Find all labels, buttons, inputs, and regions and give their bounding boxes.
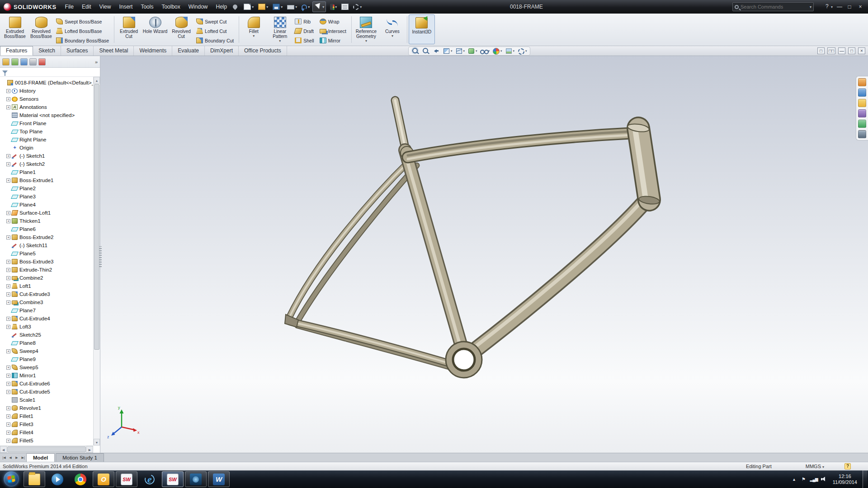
show-hidden-icons-icon[interactable]: ▴ xyxy=(791,476,797,483)
tree-item-fillet3[interactable]: +Fillet3 xyxy=(0,420,93,428)
hide-show-items-button[interactable]: ▾ xyxy=(479,47,491,55)
tree-item-plane9[interactable]: Plane9 xyxy=(0,355,93,363)
expander-icon[interactable]: + xyxy=(6,97,10,101)
window-close-button[interactable]: × xyxy=(855,0,865,14)
dropdown-caret-icon[interactable]: ▾ xyxy=(365,39,367,43)
instant3d-button[interactable]: Instant3D xyxy=(409,14,435,44)
shell-button[interactable]: Shell xyxy=(293,36,317,45)
dropdown-caret-icon[interactable]: ▾ xyxy=(525,49,527,53)
dimxpertmanager-tab-icon[interactable] xyxy=(29,58,37,66)
scroll-left-icon[interactable]: ◀ xyxy=(0,446,7,453)
tab-features[interactable]: Features xyxy=(0,46,33,56)
word-taskbar-button[interactable]: W xyxy=(208,471,230,487)
tree-item-plane1[interactable]: Plane1 xyxy=(0,168,93,176)
solidworks-resources-icon[interactable] xyxy=(858,78,866,86)
dropdown-caret-icon[interactable]: ▾ xyxy=(360,5,362,9)
tree-filter-row[interactable] xyxy=(0,68,100,77)
tree-item-cut-extrude3[interactable]: +Cut-Extrude3 xyxy=(0,290,93,298)
dropdown-caret-icon[interactable]: ▾ xyxy=(463,49,465,53)
unit-system-selector[interactable]: MMGS▾ xyxy=(806,464,824,469)
mirror-button[interactable]: Mirror xyxy=(318,36,350,45)
tree-item-sensors[interactable]: +Sensors xyxy=(0,95,93,103)
tab-weldments[interactable]: Weldments xyxy=(134,46,172,56)
bottom-bracket[interactable] xyxy=(446,342,482,378)
draft-button[interactable]: Draft xyxy=(293,26,317,36)
print-button[interactable]: ▾ xyxy=(285,1,299,12)
tab-surfaces[interactable]: Surfaces xyxy=(61,46,94,56)
tree-item-origin[interactable]: Origin xyxy=(0,144,93,152)
expander-icon[interactable]: + xyxy=(6,162,10,166)
window-restore-button[interactable]: □ xyxy=(844,0,854,14)
search-input[interactable] xyxy=(741,4,807,9)
media-center-taskbar-button[interactable] xyxy=(185,471,207,487)
expander-icon[interactable]: + xyxy=(6,300,10,305)
menu-insert[interactable]: Insert xyxy=(115,0,137,14)
tree-item-plane8[interactable]: Plane8 xyxy=(0,339,93,347)
expander-icon[interactable]: + xyxy=(6,317,10,321)
linear-pattern-button[interactable]: Linear Pattern ▾ xyxy=(267,14,293,44)
expander-icon[interactable]: + xyxy=(6,390,10,394)
view-settings-button[interactable]: ▾ xyxy=(516,47,528,55)
tree-item-boss-extrude3[interactable]: +Boss-Extrude3 xyxy=(0,258,93,266)
tree-item-fillet1[interactable]: +Fillet1 xyxy=(0,412,93,420)
view-palette-icon[interactable] xyxy=(858,109,866,117)
edit-appearance-button[interactable]: ▾ xyxy=(491,47,503,55)
expander-icon[interactable]: + xyxy=(6,211,10,215)
tree-item-cut-extrude6[interactable]: +Cut-Extrude6 xyxy=(0,380,93,388)
tree-item-plane6[interactable]: Plane6 xyxy=(0,225,93,233)
tree-item-sketch11[interactable]: (-) Sketch11 xyxy=(0,241,93,249)
extruded-boss-base-button[interactable]: Extruded Boss/Base xyxy=(2,14,28,44)
search-caret-icon[interactable]: ▾ xyxy=(810,5,811,9)
dropdown-caret-icon[interactable]: ▾ xyxy=(500,49,502,53)
intersect-button[interactable]: Intersect xyxy=(318,26,350,36)
taskbar-clock[interactable]: 12:16 11/09/2014 xyxy=(833,474,857,485)
tree-item-scale1[interactable]: Scale1 xyxy=(0,396,93,404)
design-library-icon[interactable] xyxy=(858,89,866,97)
tree-item-history[interactable]: +History xyxy=(0,87,93,95)
expander-icon[interactable]: + xyxy=(6,105,10,109)
extruded-cut-button[interactable]: Extruded Cut xyxy=(116,14,142,44)
model-tab-scroll-3[interactable]: ▶| xyxy=(20,454,26,461)
solidworks-taskbar-button[interactable]: SW xyxy=(116,471,137,487)
scroll-down-icon[interactable]: ▼ xyxy=(94,439,100,446)
filter-funnel-icon[interactable] xyxy=(2,70,8,74)
tree-item-combine3[interactable]: +Combine3 xyxy=(0,298,93,306)
tree-horizontal-scrollbar[interactable]: ◀ ▶ xyxy=(0,446,93,453)
dropdown-caret-icon[interactable]: ▾ xyxy=(266,5,268,9)
dropdown-caret-icon[interactable]: ▾ xyxy=(279,39,281,43)
model-tab-model[interactable]: Model xyxy=(26,453,55,462)
window-minimize-button[interactable]: — xyxy=(835,0,844,14)
expander-icon[interactable]: + xyxy=(6,89,10,93)
curves-button[interactable]: Curves ▾ xyxy=(379,14,406,44)
expander-icon[interactable]: + xyxy=(6,431,10,435)
dropdown-caret-icon[interactable]: ▾ xyxy=(476,49,477,53)
dropdown-caret-icon[interactable]: ▾ xyxy=(322,5,324,9)
windows-explorer-taskbar-button[interactable] xyxy=(24,471,45,487)
expander-icon[interactable]: + xyxy=(6,374,10,378)
file-properties-button[interactable] xyxy=(340,1,350,12)
tree-item-surface-loft1[interactable]: +Surface-Loft1 xyxy=(0,209,93,217)
tree-item-loft3[interactable]: +Loft3 xyxy=(0,323,93,331)
tree-item-cut-extrude5[interactable]: +Cut-Extrude5 xyxy=(0,388,93,396)
help-button[interactable]: ? ▾ xyxy=(826,0,833,14)
options-button[interactable]: ▾ xyxy=(351,1,363,12)
expander-icon[interactable]: + xyxy=(6,382,10,386)
featuremanager-tab-icon[interactable] xyxy=(2,58,9,66)
tree-item-cut-extrude4[interactable]: +Cut-Extrude4 xyxy=(0,314,93,323)
solidworks-active-taskbar-button[interactable]: SW xyxy=(162,471,184,487)
expander-icon[interactable]: + xyxy=(6,235,10,239)
appearances-scenes-icon[interactable] xyxy=(858,120,866,128)
status-help-icon[interactable]: ? xyxy=(844,463,851,469)
tree-item-mirror1[interactable]: +Mirror1 xyxy=(0,371,93,380)
expander-icon[interactable]: + xyxy=(6,260,10,264)
expander-icon[interactable]: + xyxy=(6,276,10,280)
tree-item-sketch25[interactable]: Sketch25 xyxy=(0,331,93,339)
media-player-taskbar-button[interactable] xyxy=(47,471,68,487)
expander-icon[interactable]: + xyxy=(6,422,10,427)
menu-edit[interactable]: Edit xyxy=(78,0,95,14)
menu-file[interactable]: File xyxy=(61,0,78,14)
display-style-button[interactable]: ▾ xyxy=(467,47,478,55)
section-view-button[interactable]: ▾ xyxy=(442,47,453,55)
tree-item-plane3[interactable]: Plane3 xyxy=(0,192,93,201)
tree-item-fillet4[interactable]: +Fillet4 xyxy=(0,428,93,436)
